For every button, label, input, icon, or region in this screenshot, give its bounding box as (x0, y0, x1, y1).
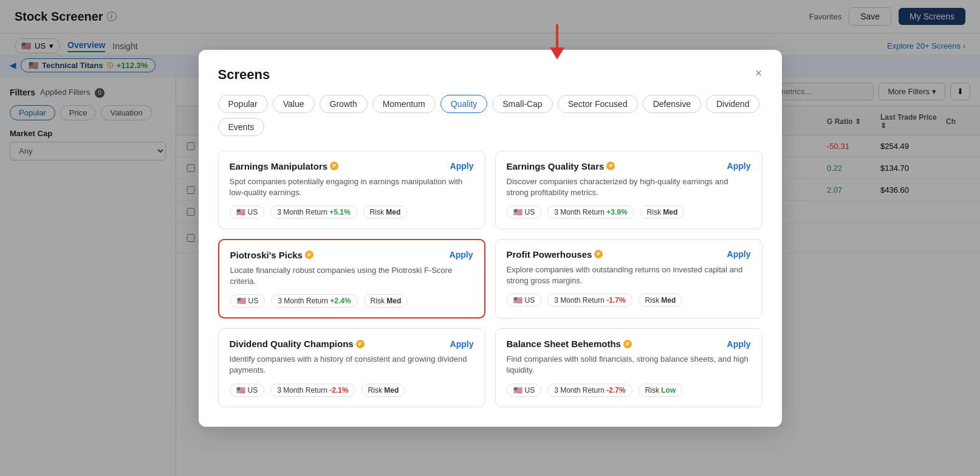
apply-button-4[interactable]: Apply (727, 249, 751, 259)
return-badge-1: 3 Month Return +5.1% (270, 205, 357, 219)
ftab-growth[interactable]: Growth (320, 94, 368, 112)
card-title-5: Dividend Quality Champions P (230, 339, 365, 349)
premium-icon-2: P (606, 162, 615, 170)
card-desc-5: Identify companies with a history of con… (230, 354, 474, 376)
ftab-dividend[interactable]: Dividend (706, 94, 759, 112)
premium-icon-1: P (330, 162, 338, 170)
card-title-2: Earnings Quality Stars P (507, 160, 615, 171)
card-header-6: Balance Sheet Behemoths P Apply (507, 339, 751, 349)
modal-close-button[interactable]: × (755, 66, 762, 78)
apply-button-6[interactable]: Apply (727, 339, 751, 349)
screens-modal: Screens × Popular Value Growth Momentum … (199, 49, 782, 426)
return-badge-3: 3 Month Return +2.4% (271, 294, 357, 308)
apply-button-2[interactable]: Apply (727, 161, 751, 171)
card-footer-3: 🇺🇸US 3 Month Return +2.4% Risk Med (230, 294, 473, 308)
card-piotroskis-picks: Piotroski's Picks P Apply Locate financi… (218, 239, 485, 319)
flag-badge-6: 🇺🇸US (507, 384, 542, 397)
card-desc-3: Locate financially robust companies usin… (230, 265, 473, 287)
cards-grid: Earnings Manipulators P Apply Spot compa… (218, 150, 762, 407)
premium-icon-4: P (594, 250, 603, 258)
risk-badge-2: Risk Med (640, 205, 685, 219)
risk-badge-1: Risk Med (363, 205, 408, 219)
premium-icon-6: P (623, 340, 632, 348)
ftab-small-cap[interactable]: Small-Cap (492, 94, 552, 112)
apply-button-1[interactable]: Apply (450, 161, 474, 171)
premium-icon-5: P (356, 340, 365, 348)
return-badge-6: 3 Month Return -2.7% (547, 384, 632, 397)
card-footer-6: 🇺🇸US 3 Month Return -2.7% Risk Low (507, 384, 751, 397)
ftab-quality[interactable]: Quality (440, 94, 488, 112)
card-header-2: Earnings Quality Stars P Apply (507, 160, 751, 171)
card-earnings-quality-stars: Earnings Quality Stars P Apply Discover … (495, 150, 762, 229)
card-title-3: Piotroski's Picks P (230, 250, 314, 260)
flag-badge-5: 🇺🇸US (230, 384, 265, 397)
flag-badge-2: 🇺🇸US (507, 205, 542, 219)
card-title-4: Profit Powerhouses P (507, 249, 603, 260)
card-header-4: Profit Powerhouses P Apply (507, 249, 751, 260)
card-header-5: Dividend Quality Champions P Apply (230, 339, 474, 349)
modal-title: Screens (218, 66, 270, 82)
card-footer-4: 🇺🇸US 3 Month Return -1.7% Risk Med (507, 294, 751, 307)
card-desc-4: Explore companies with outstanding retur… (507, 264, 751, 286)
ftab-sector-focused[interactable]: Sector Focused (558, 94, 638, 112)
card-earnings-manipulators: Earnings Manipulators P Apply Spot compa… (218, 150, 485, 229)
card-title-6: Balance Sheet Behemoths P (507, 339, 632, 349)
card-balance-sheet-behemoths: Balance Sheet Behemoths P Apply Find com… (495, 328, 762, 407)
return-badge-4: 3 Month Return -1.7% (547, 294, 632, 307)
card-footer-5: 🇺🇸US 3 Month Return -2.1% Risk Med (230, 384, 474, 397)
risk-badge-3: Risk Med (364, 294, 408, 308)
ftab-momentum[interactable]: Momentum (372, 94, 436, 112)
card-footer-2: 🇺🇸US 3 Month Return +3.9% Risk Med (507, 205, 751, 219)
filter-tabs-container: Popular Value Growth Momentum Quality Sm… (218, 94, 762, 136)
risk-badge-5: Risk Med (362, 384, 406, 397)
ftab-popular[interactable]: Popular (218, 94, 268, 112)
card-desc-6: Find companies with solid financials, st… (507, 354, 751, 376)
apply-button-3[interactable]: Apply (450, 250, 473, 260)
risk-badge-4: Risk Med (639, 294, 683, 307)
premium-icon-3: P (305, 250, 314, 259)
ftab-defensive[interactable]: Defensive (643, 94, 701, 112)
card-title-1: Earnings Manipulators P (230, 160, 339, 171)
ftab-events[interactable]: Events (218, 117, 265, 136)
card-header-3: Piotroski's Picks P Apply (230, 250, 473, 260)
card-desc-1: Spot companies potentially engaging in e… (230, 176, 474, 198)
return-badge-2: 3 Month Return +3.9% (547, 205, 634, 219)
card-desc-2: Discover companies characterized by high… (507, 176, 751, 198)
card-footer-1: 🇺🇸US 3 Month Return +5.1% Risk Med (230, 205, 474, 219)
svg-marker-1 (550, 47, 564, 59)
return-badge-5: 3 Month Return -2.1% (270, 384, 355, 397)
red-arrow-indicator (545, 24, 569, 63)
flag-badge-4: 🇺🇸US (507, 294, 542, 307)
card-profit-powerhouses: Profit Powerhouses P Apply Explore compa… (495, 239, 762, 319)
ftab-value[interactable]: Value (273, 94, 315, 112)
flag-badge-3: 🇺🇸US (230, 294, 266, 308)
modal-header: Screens × (218, 66, 762, 82)
apply-button-5[interactable]: Apply (450, 339, 474, 349)
card-header-1: Earnings Manipulators P Apply (230, 160, 474, 171)
card-dividend-quality-champions: Dividend Quality Champions P Apply Ident… (218, 328, 485, 407)
risk-badge-6: Risk Low (639, 384, 683, 397)
flag-badge-1: 🇺🇸US (230, 205, 265, 219)
